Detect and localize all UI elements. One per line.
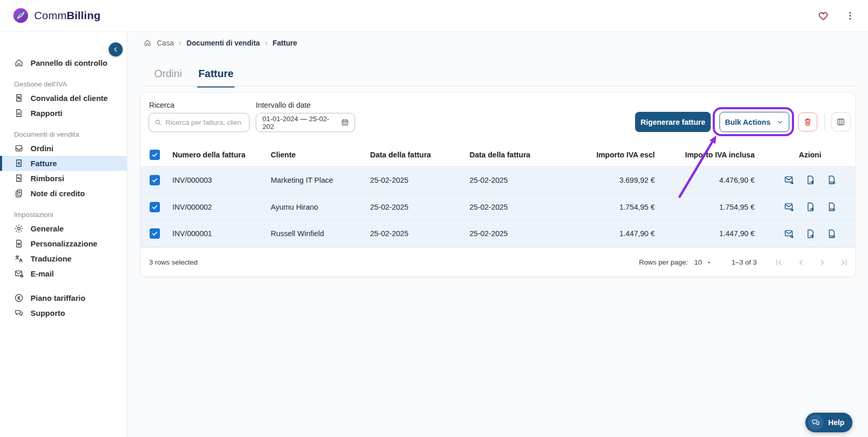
- xml-file-icon[interactable]: [826, 228, 837, 239]
- tab-orders[interactable]: Ordini: [153, 68, 183, 88]
- send-email-icon[interactable]: [784, 228, 795, 239]
- sidebar-item-email[interactable]: E-mail: [0, 266, 127, 281]
- kebab-menu-icon[interactable]: [845, 10, 856, 21]
- column-header-invoice-number[interactable]: Numero della fattura: [166, 151, 264, 159]
- row-checkbox[interactable]: [150, 202, 160, 212]
- translate-icon: [14, 254, 24, 264]
- table-row[interactable]: INV/000003 Marketing IT Place 25-02-2025…: [141, 166, 855, 193]
- last-page-icon[interactable]: [840, 258, 849, 267]
- sidebar-item-label: Rimborsi: [31, 174, 64, 183]
- sidebar-item-customer-validation[interactable]: Convalida del cliente: [0, 91, 127, 106]
- tab-invoices[interactable]: Fatture: [197, 68, 234, 88]
- cell-invoice-date: 25-02-2025: [463, 203, 563, 211]
- sidebar-item-pricing-plan[interactable]: Piano tariffario: [0, 290, 127, 305]
- sidebar-item-label: Piano tariffario: [31, 294, 85, 302]
- pagination-controls: [774, 258, 849, 267]
- receipt-refund-icon: [14, 173, 24, 183]
- column-header-amount-excl-vat[interactable]: Importo IVA escl: [563, 151, 664, 159]
- send-email-icon[interactable]: [784, 174, 795, 185]
- next-page-icon[interactable]: [818, 258, 827, 267]
- sidebar-section-vat: Gestione dell'IVA: [0, 78, 127, 91]
- delete-selected-button[interactable]: [798, 112, 817, 132]
- search-label: Ricerca: [149, 101, 174, 109]
- select-all-checkbox[interactable]: [150, 150, 160, 160]
- breadcrumb-home[interactable]: Casa: [157, 39, 174, 47]
- sidebar-item-label: Rapporti: [31, 109, 63, 118]
- row-checkbox[interactable]: [150, 175, 160, 185]
- export-file-icon[interactable]: [805, 228, 816, 239]
- sidebar-item-customization[interactable]: Personalizzazione: [0, 236, 127, 251]
- table-header-row: Numero della fattura Cliente Data della …: [141, 143, 855, 166]
- rows-per-page-label: Rows per page:: [639, 258, 688, 266]
- trash-icon: [803, 117, 813, 127]
- help-label: Help: [828, 418, 844, 427]
- pagination-range: 1–3 of 3: [731, 258, 757, 266]
- xml-file-icon[interactable]: [826, 201, 837, 212]
- rows-selected-text: 3 rows selected: [149, 258, 198, 266]
- sidebar-item-label: Convalida del cliente: [31, 94, 108, 103]
- sidebar-item-support[interactable]: Supporto: [0, 305, 127, 321]
- date-range-input[interactable]: 01-01-2024 — 25-02-202: [256, 113, 355, 132]
- rows-per-page-select[interactable]: 10: [694, 258, 713, 266]
- sidebar-item-label: Note di credito: [31, 189, 85, 198]
- cell-client: Russell Winfield: [264, 229, 364, 238]
- check-icon: [151, 151, 158, 158]
- columns-icon: [836, 117, 846, 127]
- first-page-icon[interactable]: [774, 258, 784, 267]
- search-input[interactable]: [166, 119, 244, 126]
- xml-file-icon[interactable]: [826, 174, 837, 185]
- sidebar-item-credit-notes[interactable]: Note di credito: [0, 186, 127, 201]
- sidebar-item-translation[interactable]: Traduzione: [0, 251, 127, 266]
- breadcrumb-sales-documents[interactable]: Documenti di vendita: [186, 39, 260, 47]
- send-email-icon[interactable]: [784, 201, 795, 212]
- sidebar-item-label: Generale: [31, 224, 64, 233]
- breadcrumb-separator: ›: [179, 39, 182, 47]
- export-file-icon[interactable]: [805, 201, 816, 212]
- sidebar-item-label: Supporto: [31, 309, 65, 317]
- bulk-actions-button[interactable]: Bulk Actions: [719, 112, 789, 132]
- regenerate-invoices-button[interactable]: Rigenerare fatture: [635, 112, 711, 132]
- home-icon: [14, 58, 24, 68]
- breadcrumb-home-icon[interactable]: [143, 39, 152, 47]
- sidebar-item-label: Fatture: [31, 159, 57, 168]
- cell-amount-incl: 1.447,90 €: [664, 229, 764, 238]
- sidebar-collapse-button[interactable]: [109, 42, 123, 56]
- invoices-panel: Ricerca Intervallo di date 01-01-2024 — …: [140, 92, 856, 277]
- sidebar-item-dashboard[interactable]: Pannello di controllo: [0, 55, 127, 70]
- row-checkbox[interactable]: [150, 228, 160, 239]
- export-file-icon[interactable]: [805, 174, 816, 185]
- sidebar-item-refunds[interactable]: Rimborsi: [0, 171, 127, 186]
- cell-amount-incl: 4.476,90 €: [664, 176, 764, 184]
- chevron-left-icon: [112, 46, 120, 53]
- brand-logo-icon: [12, 7, 29, 24]
- main-content: Casa › Documenti di vendita › Fatture Or…: [127, 32, 868, 437]
- column-header-invoice-date[interactable]: Data della fattura: [463, 151, 563, 159]
- column-header-amount-incl-vat[interactable]: Importo IVA inclusa: [664, 151, 764, 159]
- chat-bubbles-icon: [14, 308, 24, 318]
- sidebar: Pannello di controllo Gestione dell'IVA …: [0, 32, 127, 437]
- receipt-euro-icon: [14, 158, 24, 168]
- cell-invoice-date: 25-02-2025: [463, 229, 563, 238]
- chevron-down-icon: [776, 118, 784, 126]
- sidebar-section-settings: Impostazioni: [0, 208, 127, 221]
- column-header-actions: Azioni: [764, 151, 856, 159]
- sidebar-item-invoices[interactable]: Fatture: [0, 156, 127, 171]
- table-row[interactable]: INV/000001 Russell Winfield 25-02-2025 2…: [141, 220, 855, 247]
- cell-amount-incl: 1.754,95 €: [664, 203, 764, 211]
- manage-columns-button[interactable]: [831, 112, 850, 132]
- help-button[interactable]: Help: [805, 413, 852, 432]
- column-header-invoice-date[interactable]: Data della fattura: [364, 151, 463, 159]
- sidebar-item-general[interactable]: Generale: [0, 221, 127, 236]
- prev-page-icon[interactable]: [796, 258, 805, 267]
- table-row[interactable]: INV/000002 Ayumu Hirano 25-02-2025 25-02…: [141, 193, 855, 220]
- caret-down-icon: [705, 259, 713, 266]
- app-logo[interactable]: CommBilling: [12, 7, 100, 24]
- sidebar-item-orders[interactable]: Ordini: [0, 141, 127, 156]
- euro-circle-icon: [14, 293, 24, 303]
- column-header-client[interactable]: Cliente: [264, 151, 364, 159]
- heart-icon[interactable]: [817, 10, 829, 22]
- breadcrumb: Casa › Documenti di vendita › Fatture: [143, 39, 297, 47]
- copy-pages-icon: [14, 188, 24, 198]
- sidebar-item-reports[interactable]: Rapporti: [0, 106, 127, 121]
- tab-bar: Ordini Fatture: [153, 68, 234, 88]
